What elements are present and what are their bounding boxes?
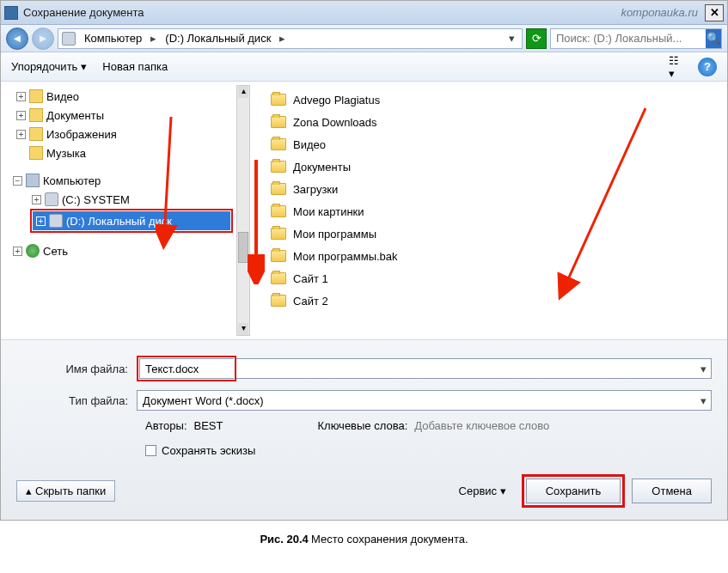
app-icon bbox=[4, 6, 18, 20]
tree-item-drive-d[interactable]: +(D:) Локальный диск bbox=[33, 211, 230, 230]
folder-icon bbox=[271, 228, 286, 240]
folder-icon bbox=[271, 94, 286, 106]
list-item[interactable]: Сайт 1 bbox=[271, 267, 727, 290]
drive-icon bbox=[45, 192, 58, 206]
list-item[interactable]: Мои картинки bbox=[271, 200, 727, 222]
authors-label: Авторы: bbox=[145, 419, 187, 432]
folder-icon bbox=[29, 146, 43, 160]
list-item[interactable]: Документы bbox=[271, 155, 727, 178]
forward-button[interactable]: ► bbox=[32, 27, 54, 50]
folder-icon bbox=[29, 89, 43, 103]
folder-icon bbox=[271, 205, 286, 217]
scroll-down-icon[interactable]: ▾ bbox=[238, 323, 248, 335]
authors-value[interactable]: BEST bbox=[194, 419, 223, 432]
expand-icon[interactable]: + bbox=[16, 111, 26, 120]
help-button[interactable]: ? bbox=[698, 58, 717, 76]
new-folder-button[interactable]: Новая папка bbox=[102, 60, 168, 73]
hide-folders-button[interactable]: ▴Скрыть папки bbox=[16, 480, 115, 502]
filename-combo[interactable]: ▾ bbox=[236, 358, 712, 379]
back-button[interactable]: ◄ bbox=[6, 27, 28, 50]
figure-caption: Рис. 20.4 Место сохранения документа. bbox=[0, 521, 728, 558]
tree-item-drive-c[interactable]: +(C:) SYSTEM bbox=[32, 190, 250, 209]
keywords-label: Ключевые слова: bbox=[317, 419, 407, 432]
chevron-down-icon[interactable]: ▾ bbox=[695, 363, 711, 375]
annotation-highlight-save: Сохранить bbox=[522, 474, 626, 508]
collapse-icon[interactable]: − bbox=[13, 176, 22, 186]
tree-scrollbar[interactable]: ▴ ▾ bbox=[236, 85, 250, 336]
save-button[interactable]: Сохранить bbox=[526, 479, 621, 503]
folder-icon bbox=[271, 272, 286, 284]
list-item[interactable]: Мои программы.bak bbox=[271, 245, 727, 267]
expand-icon[interactable]: + bbox=[13, 247, 22, 256]
breadcrumb-seg-drive[interactable]: (D:) Локальный диск bbox=[162, 32, 274, 45]
bottom-pane: Имя файла: ▾ Тип файла: ▾ Авторы:BEST Кл… bbox=[1, 339, 727, 520]
tree-item-video[interactable]: +Видео bbox=[16, 87, 250, 106]
filetype-combo[interactable]: ▾ bbox=[137, 390, 712, 411]
view-options-button[interactable]: ☷ ▾ bbox=[669, 58, 688, 76]
toolbar: Упорядочить ▾ Новая папка ☷ ▾ ? bbox=[1, 52, 727, 82]
drive-icon bbox=[49, 214, 63, 228]
folder-icon bbox=[271, 138, 286, 150]
folder-icon bbox=[271, 295, 286, 307]
filetype-label: Тип файла: bbox=[16, 394, 137, 407]
thumbnails-label: Сохранять эскизы bbox=[162, 444, 255, 457]
list-item[interactable]: Мои программы bbox=[271, 222, 727, 245]
nav-bar: ◄ ► Компьютер ▸ (D:) Локальный диск ▸ ▾ … bbox=[1, 25, 727, 52]
drive-icon bbox=[62, 32, 76, 46]
expand-icon[interactable]: + bbox=[16, 130, 26, 139]
breadcrumb-seg-computer[interactable]: Компьютер bbox=[81, 32, 145, 45]
folder-icon bbox=[271, 161, 286, 173]
tree-item-documents[interactable]: +Документы bbox=[16, 106, 250, 125]
breadcrumb[interactable]: Компьютер ▸ (D:) Локальный диск ▸ ▾ bbox=[58, 28, 523, 49]
list-item[interactable]: Сайт 2 bbox=[271, 290, 727, 312]
scroll-up-icon[interactable]: ▴ bbox=[238, 86, 248, 98]
window-title: Сохранение документа bbox=[23, 6, 621, 19]
folder-icon bbox=[271, 250, 286, 262]
folder-icon bbox=[271, 183, 286, 195]
tree-item-images[interactable]: +Изображения bbox=[16, 125, 250, 143]
thumbnails-checkbox[interactable] bbox=[145, 445, 156, 456]
folder-icon bbox=[271, 116, 286, 128]
chevron-right-icon[interactable]: ▸ bbox=[150, 32, 156, 45]
list-item[interactable]: Advego Plagiatus bbox=[271, 88, 727, 111]
refresh-button[interactable]: ⟳ bbox=[526, 28, 547, 49]
organize-menu[interactable]: Упорядочить ▾ bbox=[11, 60, 87, 73]
search-input[interactable] bbox=[551, 32, 706, 45]
folder-icon bbox=[29, 127, 43, 141]
search-box[interactable]: 🔍 bbox=[550, 28, 722, 49]
computer-icon bbox=[26, 174, 40, 187]
tree-item-music[interactable]: +Музыка bbox=[16, 143, 250, 162]
tools-menu[interactable]: Сервис ▾ bbox=[459, 485, 506, 497]
chevron-up-icon: ▴ bbox=[26, 485, 32, 497]
chevron-right-icon[interactable]: ▸ bbox=[279, 32, 285, 45]
list-item[interactable]: Загрузки bbox=[271, 178, 727, 200]
filetype-value[interactable] bbox=[138, 394, 695, 407]
annotation-highlight-tree: +(D:) Локальный диск bbox=[30, 209, 233, 233]
annotation-highlight-filename bbox=[137, 356, 236, 381]
expand-icon[interactable]: + bbox=[32, 195, 41, 204]
keywords-value[interactable]: Добавьте ключевое слово bbox=[414, 419, 549, 432]
close-button[interactable]: ✕ bbox=[705, 4, 724, 21]
watermark: komponauka.ru bbox=[621, 6, 698, 19]
file-list: Advego Plagiatus Zona Downloads Видео До… bbox=[250, 82, 727, 339]
filename-label: Имя файла: bbox=[16, 363, 137, 375]
chevron-down-icon: ▾ bbox=[81, 60, 87, 73]
search-icon[interactable]: 🔍 bbox=[706, 29, 721, 48]
cancel-button[interactable]: Отмена bbox=[632, 479, 712, 503]
tree-item-computer[interactable]: −Компьютер bbox=[13, 171, 250, 190]
network-icon bbox=[26, 244, 40, 258]
folder-icon bbox=[29, 108, 43, 122]
nav-tree: +Видео +Документы +Изображения +Музыка −… bbox=[1, 82, 250, 339]
scroll-thumb[interactable] bbox=[238, 232, 248, 263]
breadcrumb-dropdown[interactable]: ▾ bbox=[505, 32, 518, 45]
titlebar: Сохранение документа komponauka.ru ✕ bbox=[1, 1, 727, 25]
list-item[interactable]: Видео bbox=[271, 133, 727, 155]
expand-icon[interactable]: + bbox=[16, 92, 26, 101]
chevron-down-icon[interactable]: ▾ bbox=[695, 394, 711, 407]
list-item[interactable]: Zona Downloads bbox=[271, 111, 727, 133]
expand-icon[interactable]: + bbox=[36, 216, 46, 226]
tree-item-network[interactable]: +Сеть bbox=[13, 241, 250, 260]
